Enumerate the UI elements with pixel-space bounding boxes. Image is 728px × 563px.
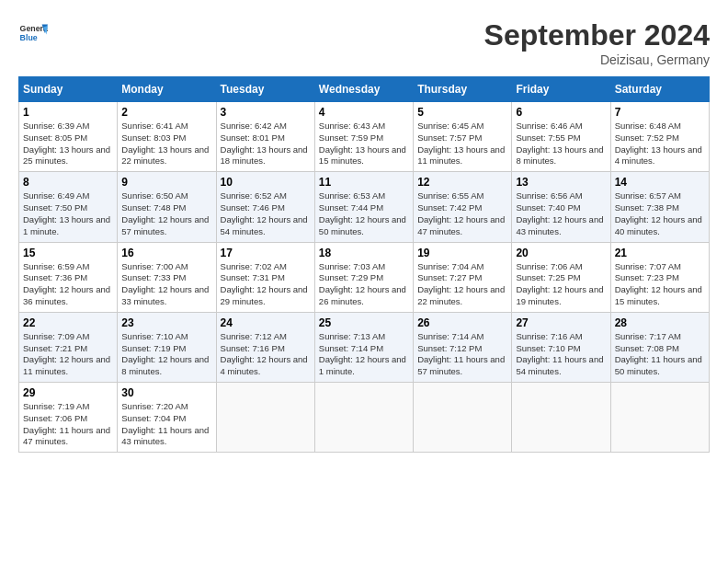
- day-info: Sunrise: 7:00 AMSunset: 7:33 PMDaylight:…: [121, 261, 211, 308]
- logo: General Blue: [18, 18, 48, 48]
- empty-cell: [512, 383, 610, 453]
- day-number: 3: [221, 106, 311, 119]
- day-info: Sunrise: 7:16 AMSunset: 7:10 PMDaylight:…: [516, 331, 606, 378]
- day-info: Sunrise: 6:46 AMSunset: 7:55 PMDaylight:…: [516, 121, 606, 167]
- table-cell: 2 Sunrise: 6:41 AMSunset: 8:03 PMDayligh…: [118, 102, 216, 172]
- day-number: 20: [516, 247, 606, 259]
- table-cell: 11 Sunrise: 6:53 AMSunset: 7:44 PMDaylig…: [314, 172, 413, 242]
- table-cell: 18 Sunrise: 7:03 AMSunset: 7:29 PMDaylig…: [314, 242, 413, 312]
- table-cell: 6 Sunrise: 6:46 AMSunset: 7:55 PMDayligh…: [512, 102, 610, 172]
- day-info: Sunrise: 6:50 AMSunset: 7:48 PMDaylight:…: [121, 190, 211, 237]
- day-number: 5: [417, 106, 507, 119]
- table-cell: 30 Sunrise: 7:20 AMSunset: 7:04 PMDaylig…: [118, 383, 216, 453]
- table-cell: 25 Sunrise: 7:13 AMSunset: 7:14 PMDaylig…: [314, 312, 413, 382]
- col-sunday: Sunday: [19, 77, 118, 102]
- col-wednesday: Wednesday: [314, 77, 413, 102]
- day-number: 1: [23, 106, 113, 119]
- day-info: Sunrise: 7:09 AMSunset: 7:21 PMDaylight:…: [23, 331, 113, 378]
- calendar-row: 15 Sunrise: 6:59 AMSunset: 7:36 PMDaylig…: [19, 242, 710, 312]
- day-info: Sunrise: 6:39 AMSunset: 8:05 PMDaylight:…: [23, 121, 113, 167]
- day-info: Sunrise: 7:14 AMSunset: 7:12 PMDaylight:…: [417, 331, 507, 378]
- empty-cell: [314, 383, 413, 453]
- day-number: 7: [615, 106, 705, 119]
- calendar-row: 22 Sunrise: 7:09 AMSunset: 7:21 PMDaylig…: [19, 312, 710, 382]
- day-info: Sunrise: 6:52 AMSunset: 7:46 PMDaylight:…: [221, 190, 311, 237]
- day-info: Sunrise: 7:06 AMSunset: 7:25 PMDaylight:…: [516, 261, 606, 308]
- calendar-table: Sunday Monday Tuesday Wednesday Thursday…: [18, 76, 710, 453]
- table-cell: 20 Sunrise: 7:06 AMSunset: 7:25 PMDaylig…: [512, 242, 610, 312]
- day-info: Sunrise: 6:41 AMSunset: 8:03 PMDaylight:…: [121, 121, 211, 167]
- table-cell: 19 Sunrise: 7:04 AMSunset: 7:27 PMDaylig…: [414, 242, 512, 312]
- calendar-row: 8 Sunrise: 6:49 AMSunset: 7:50 PMDayligh…: [19, 172, 710, 242]
- table-cell: 12 Sunrise: 6:55 AMSunset: 7:42 PMDaylig…: [414, 172, 512, 242]
- day-number: 25: [319, 316, 409, 329]
- day-number: 13: [516, 176, 606, 189]
- day-number: 2: [121, 106, 211, 119]
- table-cell: 27 Sunrise: 7:16 AMSunset: 7:10 PMDaylig…: [512, 312, 610, 382]
- day-number: 24: [221, 316, 311, 329]
- day-number: 16: [121, 247, 211, 259]
- calendar-header-row: Sunday Monday Tuesday Wednesday Thursday…: [19, 77, 710, 102]
- day-info: Sunrise: 7:03 AMSunset: 7:29 PMDaylight:…: [319, 261, 409, 308]
- day-info: Sunrise: 6:59 AMSunset: 7:36 PMDaylight:…: [23, 261, 113, 308]
- empty-cell: [610, 383, 709, 453]
- day-number: 23: [121, 316, 211, 329]
- day-number: 29: [23, 386, 113, 399]
- table-cell: 29 Sunrise: 7:19 AMSunset: 7:06 PMDaylig…: [19, 383, 118, 453]
- table-cell: 28 Sunrise: 7:17 AMSunset: 7:08 PMDaylig…: [610, 312, 709, 382]
- table-cell: 22 Sunrise: 7:09 AMSunset: 7:21 PMDaylig…: [19, 312, 118, 382]
- day-info: Sunrise: 6:48 AMSunset: 7:52 PMDaylight:…: [615, 121, 705, 167]
- empty-cell: [414, 383, 512, 453]
- day-number: 17: [221, 247, 311, 259]
- day-number: 8: [23, 176, 113, 189]
- day-info: Sunrise: 7:13 AMSunset: 7:14 PMDaylight:…: [319, 331, 409, 378]
- day-info: Sunrise: 7:02 AMSunset: 7:31 PMDaylight:…: [221, 261, 311, 308]
- table-cell: 24 Sunrise: 7:12 AMSunset: 7:16 PMDaylig…: [216, 312, 314, 382]
- day-number: 30: [121, 386, 211, 399]
- day-info: Sunrise: 7:04 AMSunset: 7:27 PMDaylight:…: [417, 261, 507, 308]
- day-number: 6: [516, 106, 606, 119]
- table-cell: 5 Sunrise: 6:45 AMSunset: 7:57 PMDayligh…: [414, 102, 512, 172]
- day-number: 22: [23, 316, 113, 329]
- col-thursday: Thursday: [414, 77, 512, 102]
- logo-icon: General Blue: [18, 18, 48, 48]
- day-number: 12: [417, 176, 507, 189]
- day-number: 10: [221, 176, 311, 189]
- day-number: 11: [319, 176, 409, 189]
- day-number: 28: [615, 316, 705, 329]
- empty-cell: [216, 383, 314, 453]
- day-info: Sunrise: 6:56 AMSunset: 7:40 PMDaylight:…: [516, 190, 606, 237]
- table-cell: 3 Sunrise: 6:42 AMSunset: 8:01 PMDayligh…: [216, 102, 314, 172]
- day-info: Sunrise: 6:49 AMSunset: 7:50 PMDaylight:…: [23, 190, 113, 237]
- table-cell: 10 Sunrise: 6:52 AMSunset: 7:46 PMDaylig…: [216, 172, 314, 242]
- day-number: 18: [319, 247, 409, 259]
- location: Deizisau, Germany: [484, 52, 710, 67]
- page-header: General Blue September 2024 Deizisau, Ge…: [18, 18, 710, 67]
- day-number: 26: [417, 316, 507, 329]
- day-number: 27: [516, 316, 606, 329]
- table-cell: 16 Sunrise: 7:00 AMSunset: 7:33 PMDaylig…: [118, 242, 216, 312]
- day-info: Sunrise: 7:12 AMSunset: 7:16 PMDaylight:…: [221, 331, 311, 378]
- col-saturday: Saturday: [610, 77, 709, 102]
- day-number: 19: [417, 247, 507, 259]
- table-cell: 8 Sunrise: 6:49 AMSunset: 7:50 PMDayligh…: [19, 172, 118, 242]
- day-info: Sunrise: 6:55 AMSunset: 7:42 PMDaylight:…: [417, 190, 507, 237]
- table-cell: 4 Sunrise: 6:43 AMSunset: 7:59 PMDayligh…: [314, 102, 413, 172]
- calendar-row: 1 Sunrise: 6:39 AMSunset: 8:05 PMDayligh…: [19, 102, 710, 172]
- day-info: Sunrise: 7:20 AMSunset: 7:04 PMDaylight:…: [121, 401, 211, 448]
- calendar-row: 29 Sunrise: 7:19 AMSunset: 7:06 PMDaylig…: [19, 383, 710, 453]
- table-cell: 26 Sunrise: 7:14 AMSunset: 7:12 PMDaylig…: [414, 312, 512, 382]
- table-cell: 9 Sunrise: 6:50 AMSunset: 7:48 PMDayligh…: [118, 172, 216, 242]
- day-info: Sunrise: 6:43 AMSunset: 7:59 PMDaylight:…: [319, 121, 409, 167]
- col-friday: Friday: [512, 77, 610, 102]
- table-cell: 17 Sunrise: 7:02 AMSunset: 7:31 PMDaylig…: [216, 242, 314, 312]
- table-cell: 15 Sunrise: 6:59 AMSunset: 7:36 PMDaylig…: [19, 242, 118, 312]
- month-title: September 2024: [484, 18, 710, 52]
- day-info: Sunrise: 6:45 AMSunset: 7:57 PMDaylight:…: [417, 121, 507, 167]
- day-info: Sunrise: 6:53 AMSunset: 7:44 PMDaylight:…: [319, 190, 409, 237]
- day-info: Sunrise: 7:19 AMSunset: 7:06 PMDaylight:…: [23, 401, 113, 448]
- day-info: Sunrise: 7:17 AMSunset: 7:08 PMDaylight:…: [615, 331, 705, 378]
- table-cell: 21 Sunrise: 7:07 AMSunset: 7:23 PMDaylig…: [610, 242, 709, 312]
- day-info: Sunrise: 7:07 AMSunset: 7:23 PMDaylight:…: [615, 261, 705, 308]
- title-area: September 2024 Deizisau, Germany: [484, 18, 710, 67]
